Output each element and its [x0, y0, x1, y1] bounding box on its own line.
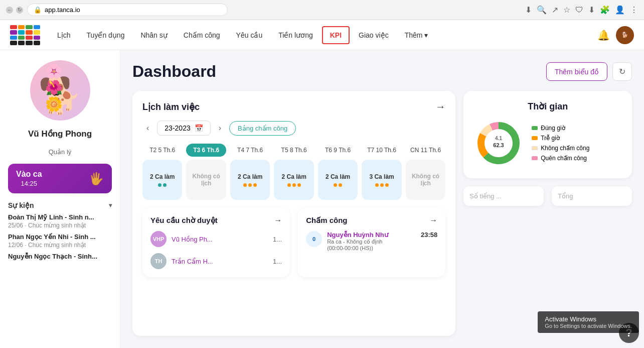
time-title: Thời gian	[473, 101, 622, 112]
user-role: Quản lý	[8, 148, 112, 156]
requests-arrow-icon[interactable]: →	[274, 216, 282, 225]
nav-nhan-su[interactable]: Nhân sự	[133, 27, 174, 43]
browser-controls: ← ↻	[6, 7, 23, 14]
so-tieng-card: Số tiếng ...	[463, 186, 544, 206]
app-nav: Lịch Tuyển dụng Nhân sự Chấm công Yêu cầ…	[0, 20, 644, 50]
calendar-icon: 📅	[195, 124, 203, 132]
attendance-log-header: Chấm công →	[306, 216, 437, 225]
events-dropdown-icon[interactable]: ▾	[109, 202, 112, 209]
day-card-4: 2 Ca làm	[274, 160, 313, 200]
url-bar[interactable]: 🔒 app.tanca.io	[27, 4, 228, 16]
day-label-5: T6 9 Th.6	[318, 144, 358, 157]
req-avatar-2: TH	[150, 253, 167, 269]
day-label-7: CN 11 Th.6	[406, 144, 445, 157]
browser-bar: ← ↻ 🔒 app.tanca.io ⬇ 🔍 ↗ ☆ 🛡 ⬇ 🧩 👤 ⋮	[0, 0, 644, 20]
nav-yeu-cau[interactable]: Yêu cầu	[229, 27, 270, 43]
date-prev-button[interactable]: ‹	[142, 122, 153, 135]
dot	[380, 183, 384, 187]
nav-lich[interactable]: Lịch	[50, 27, 78, 43]
req-name-2: Trần Cẩm H...	[172, 258, 268, 265]
event-date-2: 12/06 · Chúc mừng sinh nhật	[8, 242, 112, 249]
profile-icon[interactable]: 👤	[615, 5, 625, 15]
day-dots-4	[287, 183, 301, 187]
attend-avatar-1: 0	[306, 231, 322, 247]
req-avatar-1: VHP	[150, 231, 167, 247]
legend-item-1: Đúng giờ	[532, 125, 622, 132]
right-panel: Thời gian	[463, 91, 632, 336]
legend-dot-2	[532, 136, 538, 140]
shield-icon[interactable]: 🛡	[575, 6, 583, 15]
req-item-1: VHP Vũ Hồng Ph... 1...	[150, 231, 282, 247]
nav-tuyen-dung[interactable]: Tuyển dụng	[80, 27, 132, 43]
day-card-1: 2 Ca làm	[142, 160, 182, 200]
bookmark-icon[interactable]: ☆	[563, 5, 570, 15]
req-count-1: 1...	[273, 236, 282, 243]
fingerprint-icon: 🖐	[89, 172, 104, 186]
activate-windows-banner: Activate Windows Go to Settings to activ…	[538, 311, 639, 333]
req-item-2: TH Trần Cẩm H... 1...	[150, 253, 282, 269]
back-button[interactable]: ←	[6, 7, 13, 14]
menu-icon[interactable]: ⋮	[630, 5, 638, 15]
event-name-1: Đoàn Thị Mỹ Linh - Sinh n...	[8, 213, 112, 221]
dot	[158, 183, 162, 187]
legend: Đúng giờ Trễ giờ Không chấm công	[532, 125, 622, 162]
svg-text:4.1: 4.1	[495, 136, 502, 141]
browser-icons: ⬇ 🔍 ↗ ☆ 🛡 ⬇ 🧩 👤 ⋮	[525, 5, 638, 15]
check-in-button[interactable]: Vào ca 14:25 🖐	[8, 164, 112, 193]
day-col-3: T4 7 Th.6 2 Ca làm	[230, 144, 270, 200]
download2-icon[interactable]: ⬇	[588, 5, 595, 15]
event-item-2: Phan Ngọc Yến Nhi - Sinh ... 12/06 · Chú…	[8, 233, 112, 249]
legend-item-3: Không chấm công	[532, 145, 622, 152]
refresh-browser-button[interactable]: ↻	[16, 7, 23, 14]
dot	[297, 183, 301, 187]
day-col-5: T6 9 Th.6 2 Ca làm	[318, 144, 358, 200]
bell-icon[interactable]: 🔔	[597, 29, 610, 41]
day-col-2: T3 6 Th.6 Không có lịch	[186, 144, 226, 200]
attendance-button[interactable]: Bảng chấm công	[229, 121, 296, 136]
zoom-icon[interactable]: 🔍	[537, 5, 547, 15]
schedule-arrow-icon[interactable]: →	[435, 101, 445, 112]
download-icon[interactable]: ⬇	[525, 5, 532, 15]
tong-label: Tổng	[558, 192, 626, 200]
legend-label-4: Quên chấm công	[541, 155, 587, 162]
day-dots-6	[375, 183, 389, 187]
day-card-text-4: 2 Ca làm	[281, 173, 306, 180]
nav-them[interactable]: Thêm ▾	[398, 27, 435, 43]
nav-cham-cong[interactable]: Chấm công	[177, 27, 227, 43]
day-card-text-5: 2 Ca làm	[326, 173, 350, 180]
legend-label-1: Đúng giờ	[541, 125, 565, 132]
day-card-text-2: Không có lịch	[190, 173, 222, 187]
dot	[339, 183, 342, 187]
dot	[243, 183, 247, 187]
time-card: Thời gian	[463, 91, 632, 178]
share-icon[interactable]: ↗	[552, 5, 558, 15]
event-item-1: Đoàn Thị Mỹ Linh - Sinh n... 25/06 · Chú…	[8, 213, 112, 229]
nav-kpi[interactable]: KPI	[322, 26, 350, 44]
page-title: Dashboard	[132, 62, 216, 81]
date-nav: ‹ 23-2023 📅 › Bảng chấm công	[142, 121, 445, 136]
date-next-button[interactable]: ›	[215, 122, 225, 135]
dot	[253, 183, 257, 187]
check-in-time: 14:25	[16, 180, 42, 187]
user-avatar[interactable]: 🐕	[616, 26, 634, 44]
schedule-title: Lịch làm việc	[142, 101, 200, 112]
day-label-2: T3 6 Th.6	[186, 144, 226, 157]
event-name-3: Nguyễn Ngọc Thạch - Sinh...	[8, 253, 112, 260]
dot	[163, 183, 167, 187]
nav-tien-luong[interactable]: Tiền lương	[271, 27, 320, 43]
day-col-7: CN 11 Th.6 Không có lịch	[406, 144, 445, 200]
schedule-card: Lịch làm việc → ‹ 23-2023 📅 › Bảng chấm …	[132, 91, 455, 336]
refresh-button[interactable]: ↻	[612, 62, 632, 81]
day-dots-5	[334, 183, 342, 187]
event-name-2: Phan Ngọc Yến Nhi - Sinh ...	[8, 233, 112, 241]
schedule-card-header: Lịch làm việc →	[142, 101, 445, 112]
nav-giao-viec[interactable]: Giao việc	[352, 27, 396, 43]
attend-info-1: Nguyễn Huỳnh Như Ra ca - Không cố định(0…	[327, 231, 416, 251]
events-section: Sự kiện ▾ Đoàn Thị Mỹ Linh - Sinh n... 2…	[8, 201, 112, 260]
add-chart-button[interactable]: Thêm biểu đồ	[546, 62, 607, 81]
legend-dot-4	[532, 156, 538, 160]
extension-icon[interactable]: 🧩	[600, 5, 610, 15]
date-text: 23-2023	[165, 124, 190, 132]
req-name-1: Vũ Hồng Ph...	[172, 236, 268, 243]
attendance-arrow-icon[interactable]: →	[429, 216, 437, 225]
